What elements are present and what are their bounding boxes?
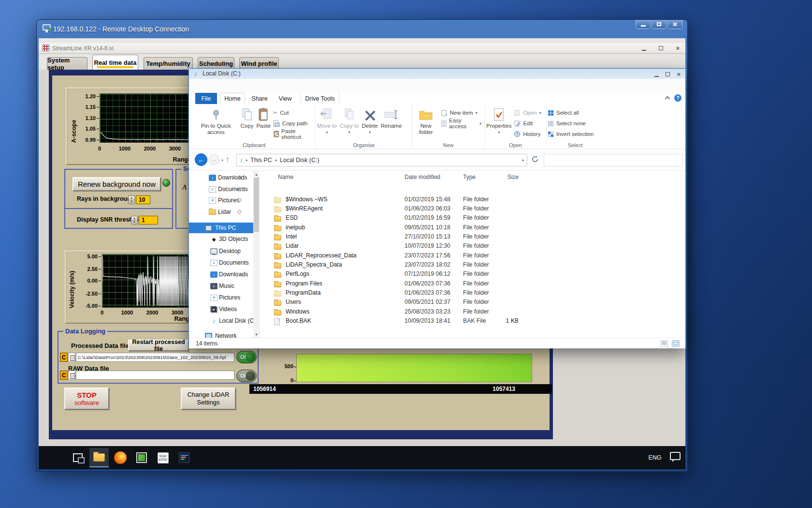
- paste-shortcut-button[interactable]: Paste shortcut: [272, 129, 315, 139]
- sidebar-item-pictures[interactable]: ✶Pictures: [189, 292, 253, 303]
- invert-selection-button[interactable]: Invert selection: [547, 129, 596, 139]
- tab-drive-tools[interactable]: Drive Tools: [301, 93, 339, 104]
- sidebar-scrollbar[interactable]: ▲ ▼: [253, 171, 260, 338]
- firefox-taskbar-icon[interactable]: [111, 448, 130, 467]
- column-header-date[interactable]: Date modified: [405, 174, 440, 180]
- up-button[interactable]: ↑: [226, 155, 230, 163]
- help-icon[interactable]: ?: [674, 94, 682, 102]
- rdp-titlebar[interactable]: 192.168.0.122 - Remote Desktop Connectio…: [37, 20, 687, 38]
- table-row-inetpub[interactable]: inetpub09/05/2021 10:18File folder: [261, 224, 685, 233]
- new-item-button[interactable]: New item▾: [440, 107, 484, 118]
- address-bar[interactable]: ♪ ▾ This PC ▾ Local Disk (C:) ▾: [236, 154, 527, 166]
- vi-close-icon[interactable]: ×: [676, 45, 680, 51]
- table-row-users[interactable]: Users09/05/2021 02:37File folder: [261, 299, 685, 308]
- table-row--windows-ws[interactable]: $Windows.~WS01/02/2019 15:48File folder: [261, 196, 685, 205]
- easy-access-button[interactable]: Easy access▾: [440, 118, 484, 129]
- sidebar-item-pictures[interactable]: ✶Pictures: [189, 195, 253, 206]
- tab-home[interactable]: Home: [220, 93, 245, 104]
- vi-tab-temp-humidity[interactable]: Temp/humidity: [144, 57, 193, 70]
- copy-button[interactable]: Copy: [239, 105, 255, 140]
- history-dropdown-icon[interactable]: ▾: [221, 158, 223, 163]
- delete-button[interactable]: Delete▾: [361, 105, 379, 140]
- table-row-perflogs[interactable]: PerfLogs07/12/2019 06:12File folder: [261, 270, 685, 280]
- sidebar-item-lidar[interactable]: Lidar: [189, 207, 253, 217]
- move-to-button[interactable]: Move to▾: [316, 105, 338, 140]
- raw-drive-box[interactable]: C: [60, 371, 68, 380]
- paste-button[interactable]: Paste: [255, 105, 272, 140]
- rdp-maximize-button[interactable]: [652, 20, 667, 29]
- sidebar-item-this-pc[interactable]: This PC: [189, 223, 253, 233]
- scrollbar-thumb[interactable]: [254, 178, 259, 232]
- copy-to-button[interactable]: Copy to▾: [338, 105, 361, 140]
- select-none-button[interactable]: Select none: [547, 118, 596, 129]
- restart-processed-button[interactable]: Restart processed file: [128, 340, 189, 351]
- raw-path-icon[interactable]: [68, 371, 75, 380]
- explorer-titlebar[interactable]: ♪ Local Disk (C:) ×: [189, 69, 685, 79]
- column-header-type[interactable]: Type: [463, 174, 476, 180]
- snr-value-field[interactable]: 1: [139, 216, 158, 224]
- table-row-program-files[interactable]: Program Files01/06/2023 07:36File folder: [261, 280, 685, 289]
- scan-scheduler-taskbar-icon[interactable]: Scansched: [153, 448, 173, 467]
- task-view-icon[interactable]: [68, 448, 87, 467]
- language-indicator[interactable]: ENG: [646, 449, 664, 466]
- streamline-titlebar[interactable]: StreamLine XR v14-6.vi ×: [39, 43, 685, 54]
- table-row-boot-bak[interactable]: Boot.BAK10/09/2013 18:41BAK File1 KB: [261, 317, 685, 327]
- table-row-windows[interactable]: Windows25/08/2023 03:23File folder: [261, 308, 685, 317]
- collapse-ribbon-icon[interactable]: [665, 96, 670, 101]
- properties-button[interactable]: Properties▾: [485, 105, 513, 140]
- open-button[interactable]: Open▾: [513, 107, 544, 118]
- new-folder-button[interactable]: New folder: [412, 105, 440, 140]
- table-row-intel[interactable]: Intel27/10/2010 15:13File folder: [261, 233, 685, 242]
- select-all-button[interactable]: Select all: [547, 107, 596, 118]
- sidebar-item-documents[interactable]: ≡Documents: [189, 257, 253, 268]
- stop-software-button[interactable]: STOP software: [64, 388, 109, 410]
- vi-tab-real-time-data[interactable]: Real time data: [92, 55, 138, 70]
- explorer-minimize-icon[interactable]: [654, 76, 659, 77]
- explorer-maximize-icon[interactable]: [666, 72, 670, 76]
- action-center-icon[interactable]: [670, 452, 681, 460]
- renew-background-button[interactable]: Renew background now: [72, 177, 161, 191]
- back-button[interactable]: ←: [195, 153, 207, 166]
- table-row--winreagent[interactable]: $WinREAgent01/06/2023 06:03File folder: [261, 205, 685, 214]
- sidebar-item-local-disk-c-[interactable]: ♪Local Disk (C:): [189, 315, 253, 326]
- processed-path-icon[interactable]: [68, 353, 75, 362]
- crumb-separator-icon[interactable]: ▾: [246, 158, 247, 163]
- history-button[interactable]: History: [513, 129, 544, 139]
- sidebar-item-3d-objects[interactable]: ◆3D Objects: [189, 234, 253, 244]
- tab-share[interactable]: Share: [247, 93, 272, 104]
- table-row-lidar-reprocessed-data[interactable]: LiDAR_Reprocessed_Data23/07/2023 17:56Fi…: [261, 252, 685, 261]
- explorer-close-icon[interactable]: ×: [677, 71, 681, 77]
- change-lidar-settings-button[interactable]: Change LiDAR Settings: [181, 388, 236, 410]
- file-explorer-taskbar-icon[interactable]: [89, 448, 109, 467]
- refresh-icon[interactable]: [531, 155, 539, 165]
- app-window-taskbar-icon[interactable]: [132, 448, 151, 467]
- pin-to-quick-access-button[interactable]: Pin to Quick access: [193, 105, 239, 140]
- table-row-esd[interactable]: ESD01/02/2019 16:59File folder: [261, 214, 685, 224]
- processed-path-field[interactable]: C:\Lidar\Data\Proc\2023\202309\20230916\…: [76, 353, 234, 362]
- processed-logging-toggle[interactable]: ON: [236, 351, 257, 363]
- forward-button[interactable]: →: [209, 154, 219, 165]
- scroll-up-icon[interactable]: ▲: [253, 171, 260, 178]
- sidebar-item-documents[interactable]: ≡Documents: [189, 184, 253, 194]
- table-row-lidar[interactable]: Lidar10/07/2019 12:30File folder: [261, 242, 685, 252]
- tab-file[interactable]: File: [195, 93, 217, 104]
- breadcrumb-local-disk[interactable]: Local Disk (C:): [280, 157, 319, 164]
- snr-spinner[interactable]: ▲▼: [131, 216, 138, 224]
- column-header-name[interactable]: Name: [278, 174, 293, 180]
- sidebar-item-downloads[interactable]: ↓Downloads: [189, 172, 253, 183]
- raw-logging-toggle[interactable]: OFF: [236, 370, 257, 382]
- large-icons-view-icon[interactable]: [672, 340, 680, 347]
- address-dropdown-icon[interactable]: ▾: [522, 158, 524, 163]
- rdp-minimize-button[interactable]: [636, 20, 651, 29]
- crumb-separator-icon[interactable]: ▾: [275, 158, 277, 163]
- table-row-programdata[interactable]: ProgramData01/06/2023 07:36File folder: [261, 289, 685, 299]
- sidebar-item-downloads[interactable]: ↓Downloads: [189, 269, 253, 280]
- column-header-size[interactable]: Size: [489, 174, 519, 180]
- vi-maximize-icon[interactable]: [659, 46, 663, 50]
- details-view-icon[interactable]: [660, 340, 668, 347]
- rays-spinner[interactable]: ▲▼: [128, 195, 135, 204]
- processed-drive-box[interactable]: C: [60, 353, 68, 362]
- edit-button[interactable]: Edit: [513, 118, 544, 129]
- tab-view[interactable]: View: [274, 93, 297, 104]
- table-row-lidar-spectra-data[interactable]: LiDAR_Spectra_Data23/07/2023 18:02File f…: [261, 261, 685, 270]
